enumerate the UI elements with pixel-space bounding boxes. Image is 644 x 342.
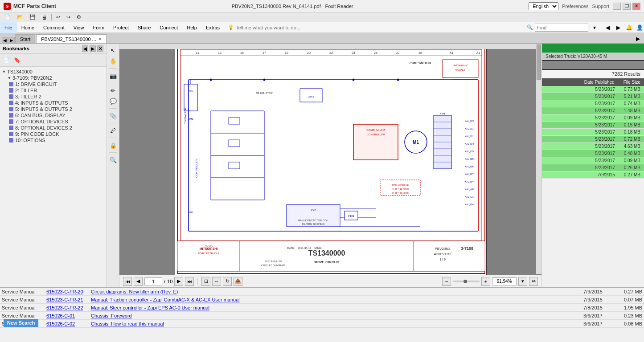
- br-row-5[interactable]: Service Manual 615026-C-02 Chassis: How …: [0, 320, 644, 328]
- tool-comment[interactable]: 💬: [108, 96, 118, 106]
- tab-pdf[interactable]: PBV20N2_TS1340000 ... ✕: [36, 34, 107, 43]
- minimize-button[interactable]: −: [613, 3, 621, 10]
- result-row-3[interactable]: 5/23/2017 0.74 MB: [542, 100, 644, 107]
- result-row-4[interactable]: 5/23/2017 1.48 MB: [542, 107, 644, 114]
- expand-ts1340000[interactable]: ▼: [2, 69, 6, 74]
- zoom-slider[interactable]: [453, 281, 480, 282]
- bm-pbv20n2[interactable]: ▼ 3-7109: PBV20N2: [2, 75, 105, 81]
- tool-hand[interactable]: ✋: [108, 56, 118, 66]
- menu-share[interactable]: Share: [133, 22, 155, 33]
- user-btn[interactable]: 👤: [635, 23, 644, 32]
- zoom-dropdown-btn[interactable]: ▾: [518, 277, 527, 286]
- bm-item-10[interactable]: 10: OPTIONS: [2, 137, 105, 143]
- ribbon-open-btn[interactable]: 📂: [14, 13, 26, 21]
- nav-first-btn[interactable]: ⏮: [123, 277, 132, 286]
- zoom-out-btn[interactable]: −: [442, 277, 451, 286]
- menu-comment[interactable]: Comment: [39, 22, 69, 33]
- pdf-page-area[interactable]: MITSUBISHI FORKLIFT TRUCKS ◇◇◇ TS1340000…: [119, 44, 541, 275]
- tab-nav-right[interactable]: ▶: [8, 37, 15, 43]
- preferences-link[interactable]: Preferences: [562, 4, 588, 9]
- nav-prev-btn[interactable]: ◀: [603, 23, 612, 32]
- result-row-13[interactable]: 7/9/2015 0.27 MB: [542, 171, 644, 179]
- result-row-2[interactable]: 5/23/2017 5.21 MB: [542, 93, 644, 100]
- result-row-10[interactable]: 5/23/2017 0.48 MB: [542, 150, 644, 157]
- nav-extract-btn[interactable]: 📤: [234, 277, 242, 286]
- result-row-1[interactable]: 5/23/2017 0.73 MB: [542, 86, 644, 93]
- find-input[interactable]: [535, 24, 588, 32]
- menu-help[interactable]: Help: [182, 22, 201, 33]
- nav-rotate-btn[interactable]: ↻: [223, 277, 232, 286]
- br-row-2[interactable]: Service Manual 615023-C-FR-21 Manual: Tr…: [0, 296, 644, 304]
- page-number-input[interactable]: [144, 277, 162, 285]
- reflow-btn[interactable]: ⇔: [529, 277, 538, 286]
- new-search-button[interactable]: New Search: [4, 319, 38, 327]
- result-row-5[interactable]: 5/23/2017 0.09 MB: [542, 114, 644, 122]
- nav-fit-width-btn[interactable]: ↔: [212, 277, 221, 286]
- bm-item-4[interactable]: 4: INPUTS & OUTPUTS: [2, 100, 105, 106]
- tool-snapshot[interactable]: 📷: [108, 71, 118, 81]
- sidebar-close-btn[interactable]: ✕: [97, 45, 103, 52]
- tab-scroll-right[interactable]: ▶: [633, 34, 642, 43]
- tool-markup[interactable]: ✏: [108, 86, 118, 95]
- menu-home[interactable]: Home: [17, 22, 39, 33]
- sidebar-tool-bookmark[interactable]: 🔖: [12, 55, 22, 65]
- pdf-scrollbar[interactable]: [536, 44, 541, 274]
- tool-attach[interactable]: 📎: [108, 111, 118, 121]
- restore-button[interactable]: ❐: [623, 3, 631, 10]
- bell-btn[interactable]: 🔔: [624, 23, 633, 32]
- tool-search[interactable]: 🔍: [108, 155, 118, 165]
- result-row-6[interactable]: 5/23/2017 0.15 MB: [542, 122, 644, 129]
- tool-select[interactable]: ↖: [108, 45, 118, 55]
- close-button[interactable]: ✕: [632, 3, 640, 10]
- tool-protect[interactable]: 🔒: [108, 140, 118, 150]
- br-row-4[interactable]: Service Manual 615026-C-01 Chassis: Fore…: [0, 312, 644, 320]
- ribbon-save-btn[interactable]: 💾: [27, 13, 38, 21]
- br-row-3[interactable]: Service Manual 615023-C-FR-22 Manual: St…: [0, 304, 644, 312]
- tab-start[interactable]: Start: [15, 34, 35, 43]
- bm-item-5[interactable]: 5: INPUTS & OUTPUTS 2: [2, 106, 105, 112]
- result-row-9[interactable]: 5/23/2017 4.63 MB: [542, 143, 644, 150]
- nav-prev-page-btn[interactable]: ◀: [134, 277, 143, 286]
- br-row-6[interactable]: Service Manual 615026-C-03 Chassis: Safe…: [0, 328, 644, 330]
- menu-protect[interactable]: Protect: [109, 22, 133, 33]
- ribbon-redo-btn[interactable]: ↪: [64, 13, 73, 21]
- tab-nav-left[interactable]: ◀: [2, 37, 8, 43]
- ribbon-new-btn[interactable]: 📄: [2, 13, 13, 21]
- menu-view[interactable]: View: [69, 22, 89, 33]
- menu-connect[interactable]: Connect: [155, 22, 182, 33]
- bm-ts1340000[interactable]: ▼ TS1340000: [2, 69, 105, 75]
- language-select[interactable]: English: [529, 2, 558, 10]
- result-row-12[interactable]: 5/23/2017 0.26 MB: [542, 164, 644, 171]
- ribbon-extra-btn[interactable]: ⚙: [74, 13, 84, 21]
- zoom-in-btn[interactable]: +: [481, 277, 490, 286]
- nav-fit-page-btn[interactable]: ⊡: [201, 277, 210, 286]
- sidebar-nav-next[interactable]: ▶: [90, 45, 96, 52]
- menu-form[interactable]: Form: [88, 22, 109, 33]
- zoom-input[interactable]: [492, 277, 517, 285]
- bm-item-6[interactable]: 6: CAN BUS, DISPLAY: [2, 112, 105, 118]
- bm-item-3[interactable]: 3: TILLER 2: [2, 94, 105, 100]
- ribbon-print-btn[interactable]: 🖨: [39, 13, 49, 21]
- tool-sign[interactable]: 🖊: [108, 126, 118, 135]
- bm-item-9[interactable]: 9: PIN CODE LOCK: [2, 131, 105, 137]
- sidebar-tool-page[interactable]: 📄: [1, 55, 11, 65]
- support-link[interactable]: Support: [592, 4, 609, 9]
- nav-next-btn[interactable]: ▶: [614, 23, 623, 32]
- menu-extras[interactable]: Extras: [201, 22, 224, 33]
- bm-item-1[interactable]: 1: DRIVE CIRCUIT: [2, 81, 105, 87]
- bm-item-7[interactable]: 7: OPTIONAL DEVICES: [2, 118, 105, 125]
- nav-last-btn[interactable]: ⏭: [185, 277, 194, 286]
- bm-item-2[interactable]: 2: TILLER: [2, 87, 105, 94]
- result-row-7[interactable]: 5/23/2017 0.18 MB: [542, 129, 644, 136]
- result-row-8[interactable]: 5/23/2017 0.72 MB: [542, 136, 644, 143]
- tell-me-input[interactable]: [236, 25, 307, 30]
- br-row-1[interactable]: Service Manual 615023-C-FR-20 Circuit di…: [0, 288, 644, 296]
- bm-item-8[interactable]: 8: OPTIONAL DEVICES 2: [2, 125, 105, 131]
- result-row-11[interactable]: 5/23/2017 0.09 MB: [542, 157, 644, 164]
- sidebar-nav-prev[interactable]: ◀: [82, 45, 88, 52]
- nav-next-page-btn[interactable]: ▶: [174, 277, 183, 286]
- menu-file[interactable]: File: [0, 22, 17, 33]
- expand-pbv20n2[interactable]: ▼: [7, 76, 12, 80]
- find-options-btn[interactable]: ▾: [590, 23, 599, 32]
- pdf-scrollbar-thumb[interactable]: [537, 45, 541, 80]
